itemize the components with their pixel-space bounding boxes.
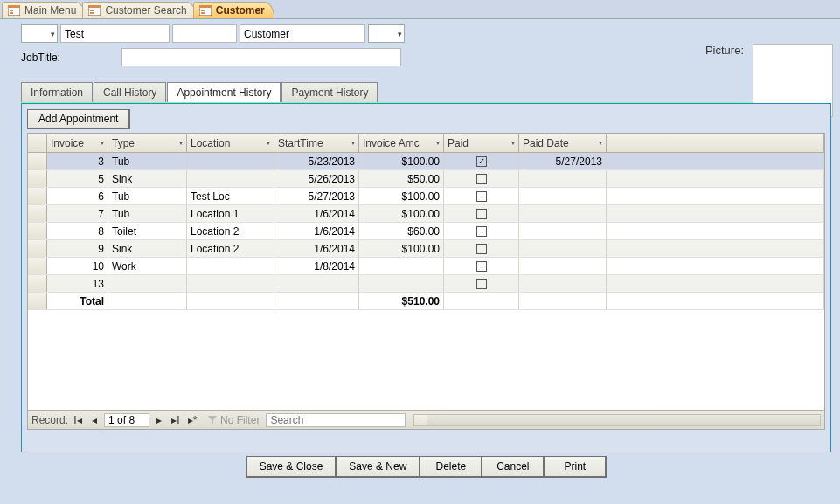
row-selector[interactable] (28, 240, 47, 257)
doc-tab-customer[interactable]: Customer (193, 2, 274, 18)
paid-checkbox[interactable] (476, 174, 487, 184)
cell-amount[interactable]: $100.00 (359, 188, 444, 204)
cell-type[interactable]: Toilet (108, 223, 187, 239)
cell-paid-date[interactable] (519, 275, 607, 292)
cell-invoice[interactable]: 13 (47, 275, 108, 292)
jobtitle-field[interactable] (121, 48, 401, 66)
cell-paid[interactable] (444, 240, 519, 257)
cell-starttime[interactable]: 5/26/2013 (274, 170, 359, 187)
middle-name-field[interactable] (172, 24, 237, 43)
nav-next-icon[interactable]: ▸ (152, 414, 166, 426)
cell-type[interactable]: Sink (108, 170, 187, 187)
cell-location[interactable]: Location 1 (187, 205, 274, 222)
cell-invoice[interactable]: 6 (47, 188, 108, 204)
cell-paid-date[interactable] (519, 170, 607, 187)
col-starttime[interactable]: StartTime▾ (274, 134, 359, 152)
add-appointment-button[interactable]: Add Appointment (27, 109, 130, 129)
paid-checkbox[interactable] (476, 226, 487, 237)
cancel-button[interactable]: Cancel (482, 456, 545, 478)
paid-checkbox[interactable] (476, 209, 487, 219)
nav-prev-icon[interactable]: ◂ (87, 414, 101, 426)
paid-checkbox[interactable] (476, 279, 487, 289)
cell-amount[interactable]: $100.00 (359, 205, 444, 222)
cell-starttime[interactable]: 1/6/2014 (274, 240, 359, 257)
cell-type[interactable]: Tub (108, 205, 187, 222)
tab-payment-history[interactable]: Payment History (281, 82, 378, 102)
cell-invoice[interactable]: 3 (47, 153, 108, 169)
suffix-dropdown[interactable] (368, 24, 405, 43)
save-close-button[interactable]: Save & Close (246, 456, 337, 478)
cell-paid[interactable] (444, 153, 519, 169)
title-dropdown[interactable] (21, 24, 58, 43)
cell-type[interactable]: Tub (108, 153, 187, 169)
col-paid-date[interactable]: Paid Date▾ (519, 134, 607, 152)
cell-amount[interactable]: $60.00 (359, 223, 444, 239)
cell-invoice[interactable]: 5 (47, 170, 108, 187)
cell-amount[interactable] (359, 258, 444, 274)
cell-type[interactable]: Sink (108, 240, 187, 257)
col-paid[interactable]: Paid▾ (444, 134, 519, 152)
table-row[interactable]: 7TubLocation 11/6/2014$100.00 (28, 205, 824, 223)
cell-amount[interactable]: $50.00 (359, 170, 444, 187)
record-search-field[interactable] (266, 413, 406, 427)
cell-invoice[interactable]: 9 (47, 240, 108, 257)
cell-amount[interactable]: $100.00 (359, 153, 444, 169)
cell-invoice[interactable]: 8 (47, 223, 108, 239)
cell-location[interactable]: Location 2 (187, 223, 274, 239)
paid-checkbox[interactable] (476, 156, 487, 167)
cell-paid-date[interactable]: 5/27/2013 (519, 153, 607, 169)
table-row[interactable]: 9SinkLocation 21/6/2014$100.00 (28, 240, 824, 258)
cell-starttime[interactable]: 5/23/2013 (274, 153, 359, 169)
cell-amount[interactable]: $100.00 (359, 240, 444, 257)
table-row[interactable]: 10Work1/8/2014 (28, 258, 824, 275)
col-location[interactable]: Location▾ (187, 134, 274, 152)
nav-last-icon[interactable]: ▸I (169, 414, 183, 426)
cell-starttime[interactable]: 1/6/2014 (274, 205, 359, 222)
paid-checkbox[interactable] (476, 261, 487, 272)
cell-paid-date[interactable] (519, 205, 607, 222)
cell-starttime[interactable]: 5/27/2013 (274, 188, 359, 204)
row-selector[interactable] (28, 205, 47, 222)
cell-invoice[interactable]: 7 (47, 205, 108, 222)
cell-paid[interactable] (444, 275, 519, 292)
cell-paid-date[interactable] (519, 240, 607, 257)
cell-paid-date[interactable] (519, 223, 607, 239)
cell-paid[interactable] (444, 258, 519, 274)
doc-tab-main-menu[interactable]: Main Menu (2, 2, 86, 18)
table-row[interactable]: 3Tub5/23/2013$100.005/27/2013 (28, 153, 824, 170)
row-selector[interactable] (28, 153, 47, 169)
last-name-field[interactable] (240, 24, 365, 43)
cell-type[interactable]: Tub (108, 188, 187, 204)
table-row[interactable]: 5Sink5/26/2013$50.00 (28, 170, 824, 188)
tab-information[interactable]: Information (21, 82, 93, 102)
record-position-field[interactable] (104, 413, 149, 427)
col-type[interactable]: Type▾ (108, 134, 187, 152)
cell-starttime[interactable]: 1/8/2014 (274, 258, 359, 274)
doc-tab-customer-search[interactable]: Customer Search (82, 2, 196, 18)
cell-location[interactable] (187, 170, 274, 187)
select-all-corner[interactable] (28, 134, 47, 152)
col-invoice-amt[interactable]: Invoice Amc▾ (359, 134, 444, 152)
cell-paid[interactable] (444, 223, 519, 239)
save-new-button[interactable]: Save & New (336, 456, 420, 478)
table-row[interactable]: 8ToiletLocation 21/6/2014$60.00 (28, 223, 824, 240)
delete-button[interactable]: Delete (420, 456, 482, 478)
paid-checkbox[interactable] (476, 191, 487, 202)
row-selector[interactable] (28, 170, 47, 187)
cell-paid[interactable] (444, 188, 519, 204)
col-invoice[interactable]: Invoice▾ (47, 134, 108, 152)
cell-paid-date[interactable] (519, 258, 607, 274)
print-button[interactable]: Print (544, 456, 607, 478)
table-row[interactable]: 13 (28, 275, 824, 293)
table-row[interactable]: 6TubTest Loc5/27/2013$100.00 (28, 188, 824, 205)
cell-type[interactable] (108, 275, 187, 292)
nav-new-icon[interactable]: ▸* (185, 414, 199, 426)
cell-paid[interactable] (444, 205, 519, 222)
cell-paid[interactable] (444, 170, 519, 187)
cell-location[interactable] (187, 258, 274, 274)
tab-call-history[interactable]: Call History (94, 82, 166, 102)
cell-amount[interactable] (359, 275, 444, 292)
cell-type[interactable]: Work (108, 258, 187, 274)
cell-starttime[interactable]: 1/6/2014 (274, 223, 359, 239)
cell-location[interactable]: Test Loc (187, 188, 274, 204)
